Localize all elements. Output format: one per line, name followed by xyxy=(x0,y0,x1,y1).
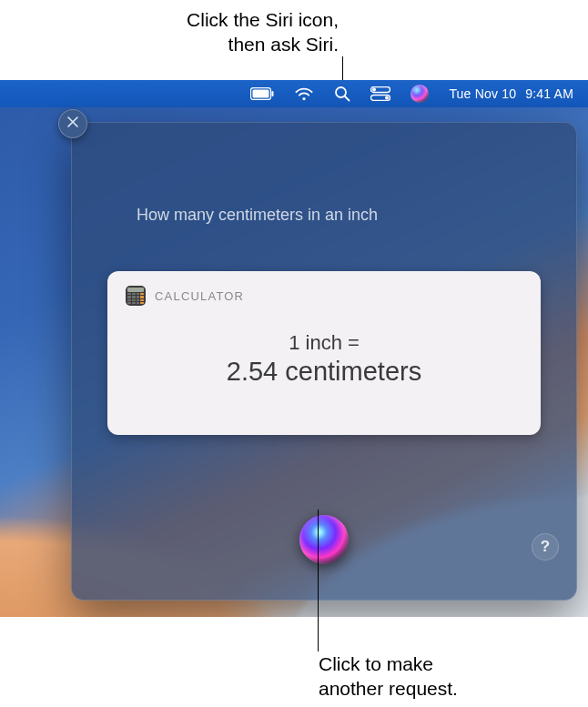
annotation-top: Click the Siri icon, then ask Siri. xyxy=(187,7,339,57)
annotation-top-line2: then ask Siri. xyxy=(187,32,339,56)
conversion-line1: 1 inch = xyxy=(126,331,522,355)
annotation-bottom: Click to make another request. xyxy=(319,651,458,702)
result-card-header: CALCULATOR xyxy=(126,286,522,306)
control-center-icon[interactable] xyxy=(370,86,390,101)
callout-line-bottom xyxy=(318,510,319,651)
wifi-icon[interactable] xyxy=(294,86,314,101)
menu-bar-date: Tue Nov 10 xyxy=(449,86,516,101)
help-icon: ? xyxy=(541,538,550,556)
conversion-line2: 2.54 centimeters xyxy=(126,357,522,387)
menu-bar: Tue Nov 10 9:41 AM xyxy=(0,80,588,107)
siri-icon[interactable] xyxy=(411,85,429,103)
svg-point-8 xyxy=(385,96,389,100)
svg-point-3 xyxy=(336,87,346,97)
spotlight-search-icon[interactable] xyxy=(334,86,350,102)
svg-rect-2 xyxy=(272,91,274,96)
close-button[interactable] xyxy=(58,109,87,138)
annotation-bottom-line1: Click to make xyxy=(319,651,458,676)
desktop-background: Tue Nov 10 9:41 AM How many centimeters … xyxy=(0,80,588,617)
svg-point-6 xyxy=(372,88,376,92)
close-icon xyxy=(66,116,79,132)
siri-panel: How many centimeters in an inch CALCULAT… xyxy=(71,122,577,601)
result-card-source: CALCULATOR xyxy=(155,289,244,303)
help-button[interactable]: ? xyxy=(532,533,559,561)
svg-line-4 xyxy=(345,96,350,101)
menu-bar-time: 9:41 AM xyxy=(525,86,573,101)
siri-result-card[interactable]: CALCULATOR 1 inch = 2.54 centimeters xyxy=(107,271,541,435)
conversion-result: 1 inch = 2.54 centimeters xyxy=(126,331,522,387)
annotation-top-line1: Click the Siri icon, xyxy=(187,7,339,32)
annotation-bottom-line2: another request. xyxy=(319,676,458,701)
battery-icon[interactable] xyxy=(250,87,274,100)
siri-orb-button[interactable] xyxy=(299,515,349,564)
svg-rect-1 xyxy=(253,90,269,98)
calculator-icon xyxy=(126,286,146,306)
callout-line-top xyxy=(342,56,343,80)
menu-bar-clock[interactable]: Tue Nov 10 9:41 AM xyxy=(449,86,573,101)
siri-query-text: How many centimeters in an inch xyxy=(137,206,541,225)
